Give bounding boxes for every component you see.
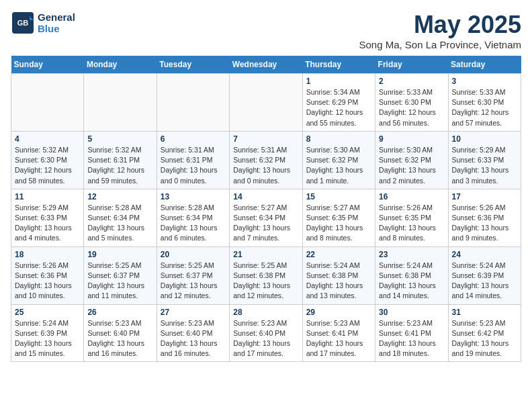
day-number: 11 <box>15 192 80 201</box>
day-info: Sunrise: 5:23 AM Sunset: 6:40 PM Dayligh… <box>161 318 226 359</box>
day-info: Sunrise: 5:29 AM Sunset: 6:33 PM Dayligh… <box>452 145 517 186</box>
calendar-cell: 6Sunrise: 5:31 AM Sunset: 6:31 PM Daylig… <box>157 131 229 189</box>
day-number: 8 <box>306 134 371 144</box>
day-number: 2 <box>379 77 444 86</box>
calendar-cell: 3Sunrise: 5:33 AM Sunset: 6:30 PM Daylig… <box>448 74 521 132</box>
calendar-cell: 15Sunrise: 5:27 AM Sunset: 6:35 PM Dayli… <box>302 189 375 246</box>
calendar-cell: 24Sunrise: 5:24 AM Sunset: 6:39 PM Dayli… <box>448 246 521 304</box>
day-info: Sunrise: 5:23 AM Sunset: 6:41 PM Dayligh… <box>306 318 371 359</box>
day-info: Sunrise: 5:33 AM Sunset: 6:30 PM Dayligh… <box>452 87 517 128</box>
day-number: 14 <box>233 192 298 201</box>
day-info: Sunrise: 5:23 AM Sunset: 6:40 PM Dayligh… <box>87 318 152 359</box>
day-info: Sunrise: 5:31 AM Sunset: 6:32 PM Dayligh… <box>233 145 298 186</box>
col-header-sunday: Sunday <box>11 56 84 74</box>
calendar-cell: 22Sunrise: 5:24 AM Sunset: 6:38 PM Dayli… <box>302 246 375 304</box>
calendar-cell <box>11 74 84 132</box>
day-number: 3 <box>452 77 517 86</box>
logo-blue: Blue <box>38 23 75 34</box>
day-number: 22 <box>306 250 371 259</box>
day-info: Sunrise: 5:30 AM Sunset: 6:32 PM Dayligh… <box>306 145 371 186</box>
day-info: Sunrise: 5:29 AM Sunset: 6:33 PM Dayligh… <box>15 203 80 244</box>
calendar-cell <box>230 74 302 132</box>
day-number: 23 <box>379 250 444 259</box>
calendar-cell: 20Sunrise: 5:25 AM Sunset: 6:37 PM Dayli… <box>157 246 229 304</box>
day-info: Sunrise: 5:26 AM Sunset: 6:36 PM Dayligh… <box>452 203 517 244</box>
day-info: Sunrise: 5:27 AM Sunset: 6:35 PM Dayligh… <box>306 203 371 244</box>
col-header-monday: Monday <box>84 56 157 74</box>
day-info: Sunrise: 5:33 AM Sunset: 6:30 PM Dayligh… <box>379 87 444 128</box>
day-number: 5 <box>87 134 152 144</box>
svg-text:GB: GB <box>17 19 29 27</box>
day-info: Sunrise: 5:28 AM Sunset: 6:34 PM Dayligh… <box>87 203 152 244</box>
calendar-cell: 16Sunrise: 5:26 AM Sunset: 6:35 PM Dayli… <box>375 189 448 246</box>
page-header: GB General Blue May 2025 Song Ma, Son La… <box>11 11 521 50</box>
calendar-cell: 2Sunrise: 5:33 AM Sunset: 6:30 PM Daylig… <box>375 74 448 132</box>
day-number: 6 <box>161 134 226 144</box>
col-header-thursday: Thursday <box>302 56 375 74</box>
day-info: Sunrise: 5:24 AM Sunset: 6:39 PM Dayligh… <box>15 318 80 359</box>
day-number: 19 <box>87 250 152 259</box>
calendar-week-4: 18Sunrise: 5:26 AM Sunset: 6:36 PM Dayli… <box>11 246 521 304</box>
calendar-cell <box>84 74 157 132</box>
col-header-wednesday: Wednesday <box>230 56 302 74</box>
calendar-table: SundayMondayTuesdayWednesdayThursdayFrid… <box>11 56 521 362</box>
calendar-cell: 14Sunrise: 5:27 AM Sunset: 6:34 PM Dayli… <box>230 189 302 246</box>
day-info: Sunrise: 5:28 AM Sunset: 6:34 PM Dayligh… <box>161 203 226 244</box>
calendar-cell: 21Sunrise: 5:25 AM Sunset: 6:38 PM Dayli… <box>230 246 302 304</box>
col-header-saturday: Saturday <box>448 56 521 74</box>
day-info: Sunrise: 5:24 AM Sunset: 6:39 PM Dayligh… <box>452 261 517 302</box>
location: Song Ma, Son La Province, Vietnam <box>359 39 521 50</box>
calendar-cell: 1Sunrise: 5:34 AM Sunset: 6:29 PM Daylig… <box>302 74 375 132</box>
day-info: Sunrise: 5:31 AM Sunset: 6:31 PM Dayligh… <box>161 145 226 186</box>
day-number: 26 <box>87 308 152 317</box>
day-number: 25 <box>15 308 80 317</box>
col-header-friday: Friday <box>375 56 448 74</box>
calendar-cell: 5Sunrise: 5:32 AM Sunset: 6:31 PM Daylig… <box>84 131 157 189</box>
calendar-week-1: 1Sunrise: 5:34 AM Sunset: 6:29 PM Daylig… <box>11 74 521 132</box>
day-number: 15 <box>306 192 371 201</box>
logo-icon: GB <box>11 11 35 35</box>
day-number: 12 <box>87 192 152 201</box>
title-section: May 2025 Song Ma, Son La Province, Vietn… <box>359 11 521 50</box>
calendar-cell: 9Sunrise: 5:30 AM Sunset: 6:32 PM Daylig… <box>375 131 448 189</box>
calendar-week-2: 4Sunrise: 5:32 AM Sunset: 6:30 PM Daylig… <box>11 131 521 189</box>
calendar-cell: 29Sunrise: 5:23 AM Sunset: 6:41 PM Dayli… <box>302 304 375 362</box>
calendar-cell: 26Sunrise: 5:23 AM Sunset: 6:40 PM Dayli… <box>84 304 157 362</box>
col-header-tuesday: Tuesday <box>157 56 229 74</box>
calendar-cell: 8Sunrise: 5:30 AM Sunset: 6:32 PM Daylig… <box>302 131 375 189</box>
day-number: 20 <box>161 250 226 259</box>
calendar-cell: 23Sunrise: 5:24 AM Sunset: 6:38 PM Dayli… <box>375 246 448 304</box>
logo: GB General Blue <box>11 11 75 35</box>
calendar-cell: 31Sunrise: 5:23 AM Sunset: 6:42 PM Dayli… <box>448 304 521 362</box>
calendar-cell: 4Sunrise: 5:32 AM Sunset: 6:30 PM Daylig… <box>11 131 84 189</box>
calendar-cell: 17Sunrise: 5:26 AM Sunset: 6:36 PM Dayli… <box>448 189 521 246</box>
day-number: 24 <box>452 250 517 259</box>
day-number: 27 <box>161 308 226 317</box>
calendar-cell: 27Sunrise: 5:23 AM Sunset: 6:40 PM Dayli… <box>157 304 229 362</box>
calendar-cell <box>157 74 229 132</box>
day-number: 17 <box>452 192 517 201</box>
day-number: 9 <box>379 134 444 144</box>
day-info: Sunrise: 5:32 AM Sunset: 6:30 PM Dayligh… <box>15 145 80 186</box>
day-info: Sunrise: 5:23 AM Sunset: 6:40 PM Dayligh… <box>233 318 298 359</box>
day-info: Sunrise: 5:30 AM Sunset: 6:32 PM Dayligh… <box>379 145 444 186</box>
day-number: 7 <box>233 134 298 144</box>
day-number: 16 <box>379 192 444 201</box>
day-number: 18 <box>15 250 80 259</box>
day-info: Sunrise: 5:26 AM Sunset: 6:35 PM Dayligh… <box>379 203 444 244</box>
day-info: Sunrise: 5:23 AM Sunset: 6:42 PM Dayligh… <box>452 318 517 359</box>
logo-general: General <box>38 11 75 23</box>
calendar-week-3: 11Sunrise: 5:29 AM Sunset: 6:33 PM Dayli… <box>11 189 521 246</box>
day-number: 13 <box>161 192 226 201</box>
day-number: 30 <box>379 308 444 317</box>
day-info: Sunrise: 5:25 AM Sunset: 6:38 PM Dayligh… <box>233 261 298 302</box>
calendar-cell: 11Sunrise: 5:29 AM Sunset: 6:33 PM Dayli… <box>11 189 84 246</box>
day-number: 4 <box>15 134 80 144</box>
day-info: Sunrise: 5:25 AM Sunset: 6:37 PM Dayligh… <box>161 261 226 302</box>
day-number: 28 <box>233 308 298 317</box>
calendar-cell: 7Sunrise: 5:31 AM Sunset: 6:32 PM Daylig… <box>230 131 302 189</box>
day-info: Sunrise: 5:27 AM Sunset: 6:34 PM Dayligh… <box>233 203 298 244</box>
day-info: Sunrise: 5:24 AM Sunset: 6:38 PM Dayligh… <box>306 261 371 302</box>
day-number: 1 <box>306 77 371 86</box>
calendar-cell: 13Sunrise: 5:28 AM Sunset: 6:34 PM Dayli… <box>157 189 229 246</box>
